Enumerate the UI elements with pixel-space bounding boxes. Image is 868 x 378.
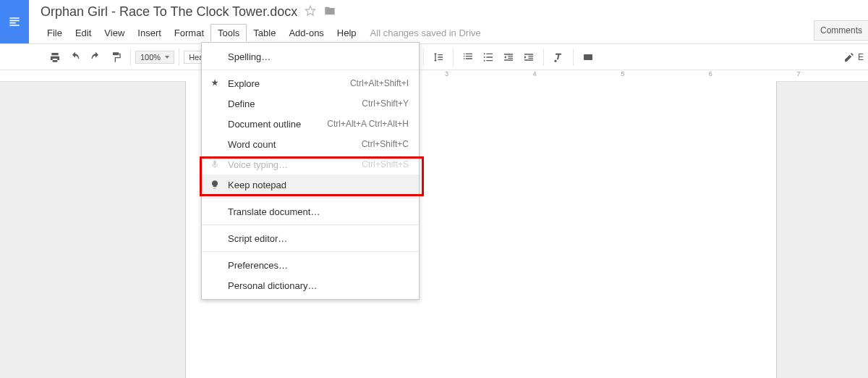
tools-translate[interactable]: Translate document… [202,201,419,222]
blank-icon [209,118,221,130]
menu-tools[interactable]: Tools [210,24,247,42]
numbered-list-button[interactable] [459,49,477,66]
menu-separator [202,224,419,225]
tools-voice-typing: Voice typing… Ctrl+Shift+S [202,154,419,175]
tools-keep-label: Keep notepad [228,180,409,190]
tools-explore-label: Explore [228,78,343,89]
clear-format-button[interactable] [550,49,567,66]
tools-spelling-label: Spelling… [228,51,409,62]
undo-button[interactable] [67,49,84,66]
tools-word-count[interactable]: Word count Ctrl+Shift+C [202,134,419,154]
blank-icon [209,138,221,150]
tools-define-label: Define [228,98,354,109]
ruler-tick: 7 [797,70,801,77]
line-spacing-button[interactable] [430,49,447,66]
decrease-indent-button[interactable] [500,49,517,66]
comments-button[interactable]: Comments [814,20,868,41]
tools-explore-shortcut: Ctrl+Alt+Shift+I [350,78,409,88]
menu-file[interactable]: File [41,25,69,41]
svg-point-1 [484,53,485,54]
keep-icon [209,179,221,190]
tools-personal-dictionary[interactable]: Personal dictionary… [202,275,419,295]
menu-format[interactable]: Format [168,25,210,41]
star-icon[interactable] [305,5,316,19]
tools-wordcount-label: Word count [228,139,354,150]
tools-outline-shortcut: Ctrl+Alt+A Ctrl+Alt+H [327,119,409,129]
document-title[interactable]: Orphan Girl - Race To The Clock Tower.do… [41,3,297,21]
menubar: File Edit View Insert Format Tools Table… [41,24,868,42]
tools-dict-label: Personal dictionary… [228,280,409,291]
menu-help[interactable]: Help [331,25,363,41]
tools-script-label: Script editor… [228,233,409,244]
tools-outline-label: Document outline [228,119,320,130]
blank-icon [209,280,221,291]
toolbar: 100% Head U A E [0,44,868,70]
menu-addons[interactable]: Add-ons [282,25,330,41]
menu-view[interactable]: View [98,25,131,41]
svg-rect-4 [584,54,592,60]
menu-separator [202,198,419,198]
tools-document-outline[interactable]: Document outline Ctrl+Alt+A Ctrl+Alt+H [202,114,419,134]
blank-icon [209,51,221,62]
tools-voice-label: Voice typing… [228,159,354,170]
tools-define-shortcut: Ctrl+Shift+Y [362,98,409,109]
tools-voice-shortcut: Ctrl+Shift+S [362,159,409,169]
svg-point-3 [484,59,485,61]
horizontal-ruler[interactable]: 1234567 [0,70,868,82]
tools-script-editor[interactable]: Script editor… [202,228,419,248]
tools-wordcount-shortcut: Ctrl+Shift+C [362,139,409,149]
tools-translate-label: Translate document… [228,206,409,217]
input-tools-button[interactable] [579,49,597,66]
svg-point-2 [484,56,485,58]
tools-menu-dropdown: Spelling… Explore Ctrl+Alt+Shift+I Defin… [201,42,420,300]
docs-logo[interactable] [0,0,29,43]
print-button[interactable] [46,49,64,66]
tools-keep-notepad[interactable]: Keep notepad [202,175,419,195]
menu-edit[interactable]: Edit [69,25,98,41]
zoom-select[interactable]: 100% [135,51,174,64]
ruler-tick: 3 [445,70,448,77]
blank-icon [209,98,221,109]
editing-mode-button[interactable]: E [843,49,864,66]
tools-explore[interactable]: Explore Ctrl+Alt+Shift+I [202,73,419,93]
document-canvas: 1234567 [0,70,868,378]
menu-insert[interactable]: Insert [131,25,168,41]
paint-format-button[interactable] [107,49,124,66]
folder-icon[interactable] [323,5,336,19]
chevron-down-icon [165,56,169,59]
menu-table[interactable]: Table [247,25,282,41]
increase-indent-button[interactable] [520,49,537,66]
ruler-tick: 4 [533,70,537,77]
blank-icon [209,232,221,244]
ruler-tick: 6 [709,70,712,77]
mic-icon [209,159,221,170]
bulleted-list-button[interactable] [480,49,497,66]
blank-icon [209,206,221,217]
save-status: All changes saved in Drive [370,28,481,38]
tools-prefs-label: Preferences… [228,260,409,271]
tools-preferences[interactable]: Preferences… [202,255,419,275]
redo-button[interactable] [87,49,104,66]
menu-separator [202,251,419,252]
zoom-value: 100% [140,53,161,62]
svg-marker-0 [306,6,315,15]
explore-icon [209,77,221,89]
blank-icon [209,259,221,271]
menu-separator [202,70,419,70]
tools-define[interactable]: Define Ctrl+Shift+Y [202,93,419,114]
ruler-tick: 5 [621,70,624,77]
tools-spelling[interactable]: Spelling… [202,46,419,67]
